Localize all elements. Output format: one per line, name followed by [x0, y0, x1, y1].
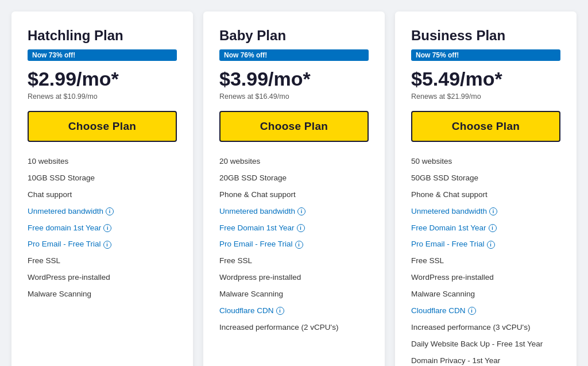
- plan-card-baby: Baby PlanNow 76% off!$3.99/mo*Renews at …: [203, 11, 385, 366]
- discount-badge-hatchling: Now 73% off!: [28, 49, 177, 61]
- info-icon[interactable]: i: [468, 307, 476, 315]
- list-item: 10 websites: [28, 153, 177, 170]
- list-item: Free SSL: [219, 253, 369, 269]
- feature-text: Cloudflare CDN: [411, 306, 466, 317]
- choose-plan-button-business[interactable]: Choose Plan: [411, 111, 560, 142]
- plan-card-business: Business PlanNow 75% off!$5.49/mo*Renews…: [395, 11, 577, 366]
- list-item: 20 websites: [219, 153, 369, 170]
- info-icon[interactable]: i: [487, 241, 495, 249]
- list-item: Free SSL: [28, 253, 177, 269]
- list-item: Unmetered bandwidthi: [411, 203, 560, 220]
- plan-card-hatchling: Hatchling PlanNow 73% off!$2.99/mo*Renew…: [11, 11, 193, 366]
- features-list-business: 50 websites50GB SSD StoragePhone & Chat …: [411, 153, 560, 366]
- feature-text: Unmetered bandwidth: [28, 206, 103, 217]
- plan-name-baby: Baby Plan: [219, 28, 369, 44]
- feature-text: Pro Email - Free Trial: [411, 239, 485, 250]
- price-hatchling: $2.99/mo*: [28, 68, 177, 90]
- feature-text: Unmetered bandwidth: [411, 206, 487, 217]
- list-item: Cloudflare CDNi: [411, 303, 560, 319]
- plans-container: Hatchling PlanNow 73% off!$2.99/mo*Renew…: [11, 11, 577, 366]
- features-list-hatchling: 10 websites10GB SSD StorageChat supportU…: [28, 153, 177, 366]
- list-item: Wordpress pre-installed: [219, 269, 369, 286]
- list-item: 20GB SSD Storage: [219, 170, 369, 187]
- price-baby: $3.99/mo*: [219, 68, 369, 90]
- list-item: Malware Scanning: [411, 286, 560, 303]
- feature-text: Free Domain 1st Year: [219, 223, 295, 234]
- list-item: Chat support: [28, 187, 177, 203]
- feature-text: Cloudflare CDN: [219, 306, 274, 317]
- info-icon[interactable]: i: [106, 207, 114, 215]
- feature-text: Free domain 1st Year: [28, 223, 101, 234]
- info-icon[interactable]: i: [103, 241, 111, 249]
- list-item: Pro Email - Free Triali: [28, 236, 177, 253]
- info-icon[interactable]: i: [297, 224, 305, 232]
- info-icon[interactable]: i: [489, 224, 497, 232]
- list-item: Malware Scanning: [28, 286, 177, 303]
- feature-text: Pro Email - Free Trial: [28, 239, 101, 250]
- list-item: Pro Email - Free Triali: [411, 236, 560, 253]
- list-item: 50 websites: [411, 153, 560, 170]
- choose-plan-button-hatchling[interactable]: Choose Plan: [28, 111, 177, 142]
- discount-badge-baby: Now 76% off!: [219, 49, 369, 61]
- plan-name-business: Business Plan: [411, 28, 560, 44]
- list-item: WordPress pre-installed: [28, 269, 177, 286]
- list-item: Phone & Chat support: [411, 187, 560, 203]
- list-item: Free domain 1st Yeari: [28, 220, 177, 237]
- list-item: Free Domain 1st Yeari: [411, 220, 560, 237]
- renews-hatchling: Renews at $10.99/mo: [28, 93, 177, 101]
- list-item: Unmetered bandwidthi: [28, 203, 177, 220]
- list-item: Cloudflare CDNi: [219, 303, 369, 319]
- renews-business: Renews at $21.99/mo: [411, 93, 560, 101]
- list-item: Free Domain 1st Yeari: [219, 220, 369, 237]
- list-item: Phone & Chat support: [219, 187, 369, 203]
- feature-text: Unmetered bandwidth: [219, 206, 295, 217]
- info-icon[interactable]: i: [295, 241, 303, 249]
- info-icon[interactable]: i: [103, 224, 111, 232]
- choose-plan-button-baby[interactable]: Choose Plan: [219, 111, 369, 142]
- list-item: 50GB SSD Storage: [411, 170, 560, 187]
- list-item: Daily Website Back Up - Free 1st Year: [411, 336, 560, 353]
- discount-badge-business: Now 75% off!: [411, 49, 560, 61]
- list-item: WordPress pre-installed: [411, 269, 560, 286]
- list-item: Malware Scanning: [219, 286, 369, 303]
- list-item: Unmetered bandwidthi: [219, 203, 369, 220]
- list-item: Pro Email - Free Triali: [219, 236, 369, 253]
- feature-text: Pro Email - Free Trial: [219, 239, 293, 250]
- list-item: Domain Privacy - 1st Year: [411, 353, 560, 366]
- info-icon[interactable]: i: [489, 207, 497, 215]
- feature-text: Free Domain 1st Year: [411, 223, 486, 234]
- info-icon[interactable]: i: [276, 307, 284, 315]
- info-icon[interactable]: i: [297, 207, 305, 215]
- renews-baby: Renews at $16.49/mo: [219, 93, 369, 101]
- list-item: Increased performance (3 vCPU's): [411, 319, 560, 336]
- price-business: $5.49/mo*: [411, 68, 560, 90]
- list-item: 10GB SSD Storage: [28, 170, 177, 187]
- list-item: Increased performance (2 vCPU's): [219, 319, 369, 336]
- list-item: Free SSL: [411, 253, 560, 269]
- plan-name-hatchling: Hatchling Plan: [28, 28, 177, 44]
- features-list-baby: 20 websites20GB SSD StoragePhone & Chat …: [219, 153, 369, 366]
